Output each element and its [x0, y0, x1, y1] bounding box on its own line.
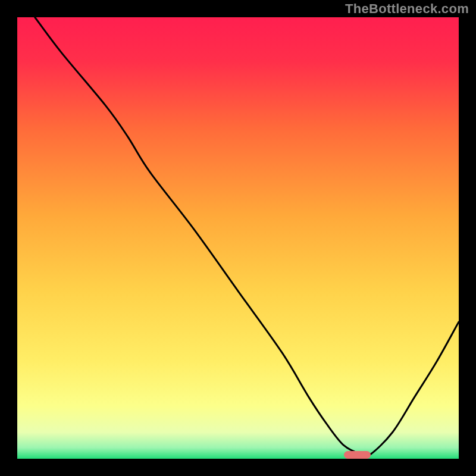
bottleneck-curve: [17, 17, 459, 459]
watermark-text: TheBottleneck.com: [345, 1, 469, 17]
chart-container: TheBottleneck.com: [0, 0, 476, 476]
optimum-marker: [344, 451, 371, 459]
plot-area: [17, 17, 459, 459]
